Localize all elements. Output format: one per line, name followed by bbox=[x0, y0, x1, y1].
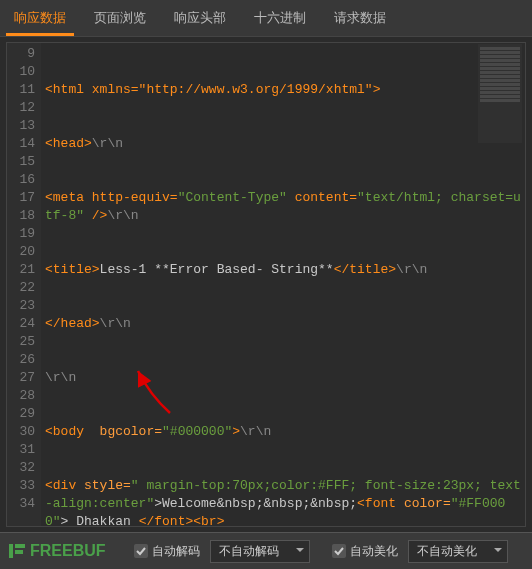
beautify-dropdown[interactable]: 不自动美化 bbox=[408, 540, 508, 563]
line-gutter: 9101112131415161718192021222324252627282… bbox=[7, 43, 41, 526]
svg-rect-2 bbox=[15, 550, 23, 554]
decode-dropdown[interactable]: 不自动解码 bbox=[210, 540, 310, 563]
code-content[interactable]: <html xmlns="http://www.w3.org/1999/xhtm… bbox=[41, 43, 525, 526]
tab-page-browse[interactable]: 页面浏览 bbox=[80, 0, 160, 36]
code-line: <html xmlns="http://www.w3.org/1999/xhtm… bbox=[45, 81, 525, 99]
code-line: <meta http-equiv="Content-Type" content=… bbox=[45, 189, 525, 225]
code-line: <head>\r\n bbox=[45, 135, 525, 153]
code-editor[interactable]: 9101112131415161718192021222324252627282… bbox=[6, 42, 526, 527]
bottom-toolbar: FREEBUF 自动解码 不自动解码 自动美化 不自动美化 bbox=[0, 532, 532, 569]
svg-rect-3 bbox=[134, 544, 148, 558]
svg-rect-0 bbox=[9, 544, 13, 558]
check-icon bbox=[134, 544, 148, 558]
logo-icon bbox=[8, 542, 26, 560]
svg-rect-1 bbox=[15, 544, 25, 548]
auto-decode-checkbox[interactable]: 自动解码 bbox=[134, 543, 200, 560]
logo: FREEBUF bbox=[0, 533, 128, 569]
auto-beautify-checkbox[interactable]: 自动美化 bbox=[332, 543, 398, 560]
check-icon bbox=[332, 544, 346, 558]
minimap[interactable] bbox=[478, 44, 522, 143]
code-line: \r\n bbox=[45, 369, 525, 387]
svg-rect-4 bbox=[332, 544, 346, 558]
tab-request-data[interactable]: 请求数据 bbox=[320, 0, 400, 36]
tab-hex[interactable]: 十六进制 bbox=[240, 0, 320, 36]
code-line: </head>\r\n bbox=[45, 315, 525, 333]
tab-bar: 响应数据 页面浏览 响应头部 十六进制 请求数据 bbox=[0, 0, 532, 37]
code-line: <title>Less-1 **Error Based- String**</t… bbox=[45, 261, 525, 279]
tab-response-headers[interactable]: 响应头部 bbox=[160, 0, 240, 36]
code-line: <div style=" margin-top:70px;color:#FFF;… bbox=[45, 477, 525, 526]
tab-response-data[interactable]: 响应数据 bbox=[0, 0, 80, 36]
code-line: <body bgcolor="#000000">\r\n bbox=[45, 423, 525, 441]
